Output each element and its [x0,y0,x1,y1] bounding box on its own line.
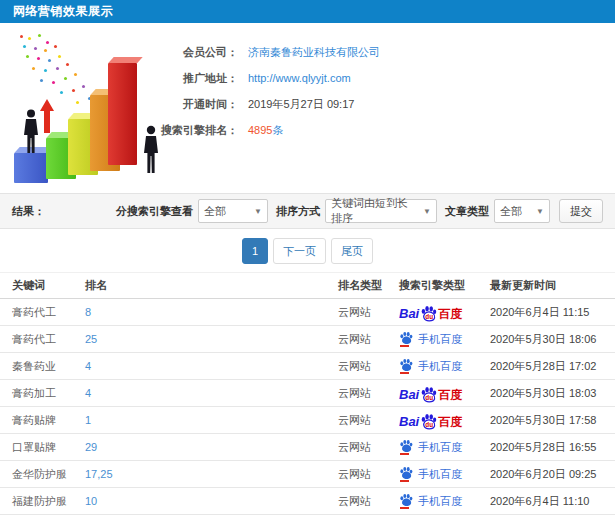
rank-type-cell: 云网站 [330,380,395,407]
clipart-bar-blue [14,153,48,183]
sort-filter-label: 排序方式 [276,204,320,219]
baidu-paw-icon: du [420,386,437,403]
updated-cell: 2020年5月28日 17:02 [483,353,615,380]
member-company-row: 会员公司： 济南秦鲁药业科技有限公司 [155,39,615,65]
mobile-baidu-logo: 手机百度 [399,466,462,482]
rank-link[interactable]: 4 [80,380,330,407]
open-time-value: 2019年5月27日 09:17 [248,91,354,117]
mobile-baidu-paw-icon [399,439,413,455]
mobile-baidu-logo: 手机百度 [399,331,462,347]
baidu-paw-icon: du [420,413,437,430]
baidu-logo: Baidu百度 [399,413,462,428]
keyword-cell: 膏药代工 [0,299,80,326]
pagination: 1 下一页 尾页 [0,229,615,272]
open-time-row: 开通时间： 2019年5月27日 09:17 [155,91,615,117]
businessman-thinking-figure [140,125,162,175]
updated-cell: 2020年5月30日 18:03 [483,380,615,407]
page-title: 网络营销效果展示 [13,4,113,18]
col-header-updated: 最新更新时间 [483,273,615,299]
rank-type-cell: 云网站 [330,488,395,515]
rank-count: 4895 [248,124,272,136]
partial-next-row [0,515,615,520]
rank-type-cell: 云网站 [330,434,395,461]
company-info-list: 会员公司： 济南秦鲁药业科技有限公司 推广地址： http://www.qlyy… [155,23,615,143]
chevron-down-icon: ▼ [531,207,544,216]
rank-unit: 条 [272,124,283,136]
engine-rank-value: 4895条 [248,117,283,143]
svg-text:du: du [426,312,434,319]
mobile-baidu-paw-icon [399,466,413,482]
mobile-baidu-paw-icon [399,331,413,347]
page-button-1[interactable]: 1 [242,238,268,264]
rank-link[interactable]: 10 [80,488,330,515]
rank-type-cell: 云网站 [330,326,395,353]
table-row: 秦鲁药业 4 云网站 手机百度 2020年5月28日 17:02 [0,353,615,380]
keyword-cell: 秦鲁药业 [0,353,80,380]
engine-cell: 手机百度 [395,461,483,488]
engine-cell: Baidu百度 [395,299,483,326]
engine-cell: 手机百度 [395,434,483,461]
table-row: 膏药代工 25 云网站 手机百度 2020年5月30日 18:06 [0,326,615,353]
next-page-button[interactable]: 下一页 [273,238,326,264]
promo-url-row: 推广地址： http://www.qlyyjt.com [155,65,615,91]
rank-link[interactable]: 1 [80,407,330,434]
up-arrow-icon [40,99,54,133]
article-type-select[interactable]: 全部 ▼ [494,199,550,223]
window-title-bar: 网络营销效果展示 [0,0,615,23]
table-row: 福建防护服 10 云网站 手机百度 2020年6月4日 11:10 [0,488,615,515]
engine-filter-value: 全部 [204,204,226,219]
open-time-label: 开通时间： [155,91,238,117]
table-row: 膏药贴牌 1 云网站 Baidu百度 2020年5月30日 17:58 [0,407,615,434]
member-company-link[interactable]: 济南秦鲁药业科技有限公司 [248,39,380,65]
bar-chart-clipart [6,33,166,185]
last-page-button[interactable]: 尾页 [331,238,373,264]
baidu-logo: Baidu百度 [399,386,462,401]
sort-filter-value: 关键词由短到长排序 [331,196,418,226]
mobile-baidu-logo: 手机百度 [399,358,462,374]
keyword-cell: 金华防护服 [0,461,80,488]
rank-link[interactable]: 8 [80,299,330,326]
engine-cell: Baidu百度 [395,407,483,434]
col-header-engine-type: 搜索引擎类型 [395,273,483,299]
keyword-cell: 膏药加工 [0,380,80,407]
rank-link[interactable]: 29 [80,434,330,461]
promo-url-link[interactable]: http://www.qlyyjt.com [248,65,351,91]
businessman-figure [20,109,42,155]
engine-cell: 手机百度 [395,488,483,515]
keyword-cell: 口罩贴牌 [0,434,80,461]
rank-link[interactable]: 17,25 [80,461,330,488]
table-row: 膏药加工 4 云网站 Baidu百度 2020年5月30日 18:03 [0,380,615,407]
submit-button[interactable]: 提交 [559,199,603,223]
rank-type-cell: 云网站 [330,353,395,380]
clipart-bar-red [108,63,137,165]
updated-cell: 2020年6月20日 09:25 [483,461,615,488]
mobile-baidu-logo: 手机百度 [399,493,462,509]
article-type-value: 全部 [500,204,522,219]
rank-link[interactable]: 4 [80,353,330,380]
updated-cell: 2020年5月28日 16:55 [483,434,615,461]
svg-text:du: du [426,420,434,427]
mobile-baidu-paw-icon [399,493,413,509]
result-label: 结果： [12,204,45,219]
rank-link[interactable]: 25 [80,326,330,353]
engine-filter-label: 分搜索引擎查看 [116,204,193,219]
engine-rank-label: 搜索引擎排名： [155,117,238,143]
col-header-keyword: 关键词 [0,273,80,299]
rank-type-cell: 云网站 [330,461,395,488]
member-company-label: 会员公司： [155,39,238,65]
table-row: 口罩贴牌 29 云网站 手机百度 2020年5月28日 16:55 [0,434,615,461]
chevron-down-icon: ▼ [249,207,262,216]
mobile-baidu-logo: 手机百度 [399,439,462,455]
keyword-cell: 膏药代工 [0,326,80,353]
table-header-row: 关键词 排名 排名类型 搜索引擎类型 最新更新时间 [0,273,615,299]
mobile-baidu-paw-icon [399,358,413,374]
sort-filter-select[interactable]: 关键词由短到长排序 ▼ [325,199,437,223]
chevron-down-icon: ▼ [418,207,431,216]
engine-rank-row: 搜索引擎排名： 4895条 [155,117,615,143]
updated-cell: 2020年5月30日 18:06 [483,326,615,353]
promo-url-label: 推广地址： [155,65,238,91]
baidu-logo: Baidu百度 [399,305,462,320]
filter-bar: 结果： 分搜索引擎查看 全部 ▼ 排序方式 关键词由短到长排序 ▼ 文章类型 全… [0,193,615,229]
confetti-decoration [20,35,23,38]
engine-filter-select[interactable]: 全部 ▼ [198,199,268,223]
